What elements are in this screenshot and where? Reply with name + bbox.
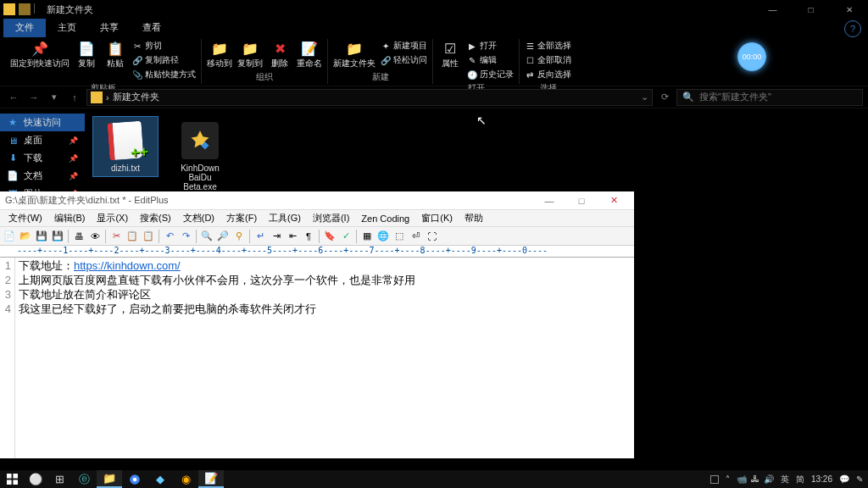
open-button[interactable]: ▶打开 bbox=[467, 39, 514, 53]
taskview-button[interactable]: ⊞ bbox=[47, 470, 71, 488]
moveto-button[interactable]: 📁移动到 bbox=[207, 39, 232, 68]
indent-button[interactable]: ⇥ bbox=[269, 229, 284, 244]
url-link[interactable]: https://kinhdown.com/ bbox=[74, 259, 181, 272]
saveall-button[interactable]: 💾 bbox=[50, 229, 65, 244]
clock[interactable]: 13:26 bbox=[811, 474, 832, 484]
address-bar[interactable]: › 新建文件夹 ⌄ bbox=[86, 89, 653, 106]
menu-zencoding[interactable]: Zen Coding bbox=[356, 212, 415, 225]
print-button[interactable]: 🖶 bbox=[71, 229, 86, 244]
paste-shortcut-button[interactable]: 📎粘贴快捷方式 bbox=[132, 68, 196, 81]
new-file-button[interactable]: 📄 bbox=[2, 229, 17, 244]
outdent-button[interactable]: ⇤ bbox=[285, 229, 300, 244]
delete-button[interactable]: ✖删除 bbox=[268, 39, 292, 68]
taskbar-explorer[interactable]: 📁 bbox=[97, 470, 122, 488]
pen-icon[interactable]: ✎ bbox=[856, 474, 863, 484]
fullscreen-button[interactable]: ⛶ bbox=[424, 229, 439, 244]
menu-tools[interactable]: 工具(G) bbox=[264, 210, 306, 226]
sidebar-item-desktop[interactable]: 🖥桌面📌 bbox=[0, 131, 85, 149]
properties-button[interactable]: ☑属性 bbox=[438, 39, 462, 68]
taskbar-chrome[interactable] bbox=[122, 470, 147, 488]
recording-indicator[interactable]: 00:00 bbox=[737, 42, 766, 71]
editor-text[interactable]: 下载地址：https://kinhdown.com/ 上期网页版百度网盘直链下载… bbox=[15, 258, 634, 458]
wordwrap-button[interactable]: ⏎ bbox=[408, 229, 423, 244]
nav-up-button[interactable]: ↑ bbox=[66, 89, 83, 106]
chevron-down-icon[interactable]: ⌄ bbox=[641, 92, 648, 103]
ime-mode[interactable]: 简 bbox=[796, 474, 804, 485]
sidebar-item-quick[interactable]: ★快速访问 bbox=[0, 114, 85, 131]
history-button[interactable]: 🕘历史记录 bbox=[467, 68, 514, 81]
menu-file[interactable]: 文件(W) bbox=[3, 210, 47, 226]
easyaccess-button[interactable]: 🔗轻松访问 bbox=[381, 53, 427, 67]
menu-edit[interactable]: 编辑(B) bbox=[49, 210, 91, 226]
copypath-button[interactable]: 🔗复制路径 bbox=[132, 53, 196, 67]
close-button[interactable]: ✕ bbox=[830, 0, 868, 19]
comment-button[interactable]: ¶ bbox=[301, 229, 316, 244]
menu-window[interactable]: 窗口(K) bbox=[416, 210, 458, 226]
tab-home[interactable]: 主页 bbox=[46, 19, 88, 37]
newfolder-button[interactable]: 📁新建文件夹 bbox=[333, 39, 376, 68]
cut-button[interactable]: ✂剪切 bbox=[132, 39, 196, 53]
pin-to-quick-button[interactable]: 📌 固定到快速访问 bbox=[10, 39, 70, 68]
taskbar-app2[interactable]: ◉ bbox=[173, 470, 198, 488]
edit-button[interactable]: ✎编辑 bbox=[467, 53, 514, 67]
tray-camera-icon[interactable]: 📹 bbox=[737, 474, 747, 484]
cut-button[interactable]: ✂ bbox=[108, 229, 124, 244]
minimize-button[interactable]: — bbox=[754, 0, 792, 19]
tray-network-icon[interactable]: 🖧 bbox=[751, 474, 760, 484]
replace-button[interactable]: ⚲ bbox=[231, 229, 247, 244]
tab-share[interactable]: 共享 bbox=[88, 19, 131, 37]
hex-button[interactable]: ⬚ bbox=[392, 229, 407, 244]
findnext-button[interactable]: 🔎 bbox=[215, 229, 231, 244]
copy-button[interactable]: 📄 复制 bbox=[75, 39, 98, 68]
nav-recent-button[interactable]: ▾ bbox=[46, 89, 63, 106]
selectnone-button[interactable]: ☐全部取消 bbox=[525, 53, 571, 67]
bookmark-button[interactable]: 🔖 bbox=[322, 229, 337, 244]
taskbar-editplus[interactable]: 📝 bbox=[198, 470, 224, 488]
help-button[interactable]: ? bbox=[844, 20, 861, 37]
find-button[interactable]: 🔍 bbox=[199, 229, 214, 244]
open-file-button[interactable]: 📂 bbox=[18, 229, 33, 244]
save-button[interactable]: 💾 bbox=[34, 229, 49, 244]
tab-file[interactable]: 文件 bbox=[3, 19, 46, 37]
menu-project[interactable]: 方案(F) bbox=[221, 210, 262, 226]
browser-button[interactable]: 🌐 bbox=[376, 229, 391, 244]
undo-button[interactable]: ↶ bbox=[162, 229, 177, 244]
close-button[interactable]: ✕ bbox=[598, 193, 629, 208]
copyto-button[interactable]: 📁复制到 bbox=[237, 39, 263, 68]
newitem-button[interactable]: ✦新建项目 bbox=[381, 39, 427, 53]
menu-view[interactable]: 显示(X) bbox=[92, 210, 133, 226]
nav-forward-button[interactable]: → bbox=[25, 89, 42, 106]
tray-hidden-button[interactable] bbox=[710, 470, 719, 488]
tab-view[interactable]: 查看 bbox=[131, 19, 173, 37]
menu-browser[interactable]: 浏览器(I) bbox=[308, 210, 354, 226]
taskbar-app1[interactable]: ◆ bbox=[147, 470, 173, 488]
paste-button[interactable]: 📋 粘贴 bbox=[103, 39, 127, 68]
tray-volume-icon[interactable]: 🔊 bbox=[764, 474, 774, 484]
start-button[interactable] bbox=[0, 470, 24, 488]
qat-icon[interactable] bbox=[19, 3, 31, 15]
maximize-button[interactable]: □ bbox=[566, 193, 597, 208]
nav-back-button[interactable]: ← bbox=[5, 89, 22, 106]
spell-button[interactable]: ✓ bbox=[338, 229, 353, 244]
sidebar-item-downloads[interactable]: ⬇下载📌 bbox=[0, 149, 85, 167]
search-button[interactable]: ⚪ bbox=[24, 470, 47, 488]
minimize-button[interactable]: — bbox=[534, 193, 565, 208]
file-dizhi-txt[interactable]: dizhi.txt bbox=[93, 117, 158, 176]
menu-help[interactable]: 帮助 bbox=[459, 210, 488, 226]
invert-button[interactable]: ⇄反向选择 bbox=[525, 68, 571, 81]
breadcrumb[interactable]: 新建文件夹 bbox=[113, 91, 159, 103]
refresh-button[interactable]: ⟳ bbox=[656, 89, 673, 106]
column-button[interactable]: ▦ bbox=[359, 229, 375, 244]
paste-button[interactable]: 📋 bbox=[141, 229, 156, 244]
redo-button[interactable]: ↷ bbox=[178, 229, 193, 244]
preview-button[interactable]: 👁 bbox=[87, 229, 103, 244]
sidebar-item-documents[interactable]: 📄文档📌 bbox=[0, 167, 85, 185]
wrap-button[interactable]: ↵ bbox=[253, 229, 268, 244]
copy-button[interactable]: 📋 bbox=[125, 229, 140, 244]
maximize-button[interactable]: □ bbox=[792, 0, 830, 19]
taskbar-edge[interactable]: ⓔ bbox=[71, 470, 97, 488]
action-center-button[interactable]: 💬 bbox=[839, 474, 849, 484]
file-kinhdown-exe[interactable]: KinhDown BaiDu Beta.exe bbox=[168, 117, 232, 195]
ime-lang[interactable]: 英 bbox=[781, 474, 789, 485]
menu-search[interactable]: 搜索(S) bbox=[135, 210, 176, 226]
